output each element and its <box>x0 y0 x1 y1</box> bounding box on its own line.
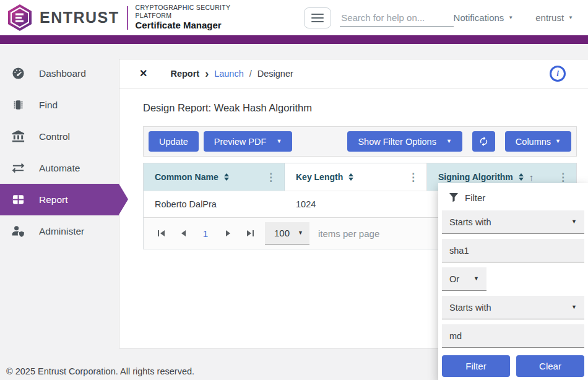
show-filter-options-button[interactable]: Show Filter Options ▼ <box>347 131 462 152</box>
column-label: Key Length <box>296 172 343 182</box>
product-label: Certificate Manager <box>136 20 264 32</box>
preview-pdf-button[interactable]: Preview PDF ▼ <box>204 131 293 152</box>
chevron-down-icon: ▼ <box>276 139 282 144</box>
account-dropdown[interactable]: entrust ▼ <box>535 12 573 23</box>
help-search-input[interactable] <box>340 9 453 27</box>
sort-icon[interactable] <box>224 173 229 181</box>
sidebar-item-administer[interactable]: Administer <box>0 215 119 247</box>
report-toolbar: Update Preview PDF ▼ Show Filter Options… <box>143 126 577 157</box>
sidebar-item-label: Dashboard <box>39 68 86 79</box>
sidebar-item-label: Control <box>39 131 70 142</box>
brand-divider <box>127 6 128 30</box>
column-menu-icon[interactable]: ⋮ <box>558 172 568 183</box>
chevron-down-icon: ▼ <box>571 219 577 225</box>
refresh-button[interactable] <box>472 131 495 152</box>
update-button[interactable]: Update <box>149 131 199 152</box>
filter-operator-2-value: Starts with <box>449 303 491 313</box>
show-filter-options-label: Show Filter Options <box>358 137 436 147</box>
notifications-dropdown[interactable]: Notifications ▼ <box>454 12 514 23</box>
menu-toggle-button[interactable] <box>304 7 331 28</box>
gauge-icon <box>11 66 25 80</box>
filter-apply-button[interactable]: Filter <box>442 355 510 377</box>
user-shield-icon <box>11 224 25 238</box>
filter-operator-1-value: Starts with <box>449 217 491 227</box>
close-icon[interactable]: ✕ <box>139 69 147 79</box>
sidebar-item-control[interactable]: Control <box>0 121 119 152</box>
app-header: ENTRUST CRYPTOGRAPHIC SECURITY PLATFORM … <box>0 0 588 35</box>
sort-icon[interactable] <box>519 173 524 181</box>
sidebar-item-find[interactable]: Find <box>0 89 119 121</box>
page-number[interactable]: 1 <box>194 228 217 239</box>
bank-icon <box>11 129 25 144</box>
last-page-button[interactable] <box>239 224 261 243</box>
sidebar-nav: Dashboard Find Control <box>0 44 119 380</box>
next-page-button[interactable] <box>217 224 239 243</box>
columns-button[interactable]: Columns ▼ <box>505 131 571 152</box>
filter-logic-value: Or <box>449 274 459 284</box>
funnel-icon <box>449 193 458 202</box>
filter-operator-2-select[interactable]: Starts with ▼ <box>442 296 584 319</box>
refresh-icon <box>478 136 489 147</box>
preview-pdf-label: Preview PDF <box>214 137 267 147</box>
chevron-right-icon: › <box>205 69 209 78</box>
filter-operator-1-select[interactable]: Starts with ▼ <box>442 210 584 234</box>
header-right: Notifications ▼ entrust ▼ <box>454 12 588 23</box>
arrows-swap-icon <box>11 161 25 175</box>
product-name-block: CRYPTOGRAPHIC SECURITY PLATFORM Certific… <box>136 4 264 32</box>
column-filter-popup: Filter Starts with ▼ Or ▼ Starts with ▼ … <box>438 183 588 380</box>
page-size-select[interactable]: 100 ▼ <box>265 222 309 244</box>
info-glyph: i <box>556 69 559 79</box>
chevron-down-icon: ▼ <box>298 230 303 236</box>
sidebar-item-label: Report <box>39 194 68 205</box>
help-search <box>340 9 453 27</box>
first-page-button[interactable] <box>150 224 172 243</box>
chip-icon <box>11 98 25 112</box>
page-title: Design Report: Weak Hash Algorithm <box>143 102 564 114</box>
sidebar-item-report[interactable]: Report <box>0 184 119 215</box>
sidebar-item-label: Administer <box>39 226 84 237</box>
filter-value-1-input[interactable] <box>442 239 584 262</box>
filter-clear-button[interactable]: Clear <box>516 355 584 377</box>
brand-accent-bar <box>0 35 588 44</box>
platform-label: CRYPTOGRAPHIC SECURITY PLATFORM <box>136 4 264 20</box>
entrust-logo: ENTRUST <box>0 3 119 32</box>
column-menu-icon[interactable]: ⋮ <box>266 172 276 183</box>
sidebar-item-label: Automate <box>39 163 80 174</box>
cell-common-name: Roberto DalPra <box>144 191 285 217</box>
chevron-down-icon: ▼ <box>446 139 452 144</box>
items-per-page-label: items per page <box>318 228 379 239</box>
sort-ascending-icon: ↑ <box>529 172 534 183</box>
entrust-wordmark: ENTRUST <box>40 9 119 27</box>
previous-page-button[interactable] <box>172 224 194 243</box>
column-menu-icon[interactable]: ⋮ <box>408 172 418 183</box>
notifications-label: Notifications <box>454 12 504 23</box>
filter-logic-select[interactable]: Or ▼ <box>442 267 486 291</box>
chevron-down-icon: ▼ <box>508 15 513 20</box>
chevron-down-icon: ▼ <box>568 15 573 20</box>
sidebar-item-dashboard[interactable]: Dashboard <box>0 58 119 89</box>
filter-value-2-input[interactable] <box>442 324 584 348</box>
entrust-hexagon-icon <box>6 3 33 32</box>
chevron-down-icon: ▼ <box>555 139 561 144</box>
breadcrumb-launch-link[interactable]: Launch <box>214 69 244 79</box>
sidebar-item-automate[interactable]: Automate <box>0 152 119 184</box>
grid-icon <box>11 192 25 207</box>
filter-popup-header: Filter <box>442 183 584 210</box>
cell-key-length: 1024 <box>285 191 427 217</box>
breadcrumb-bar: ✕ Report › Launch / Designer i <box>119 59 588 89</box>
column-label: Common Name <box>155 172 218 182</box>
sort-icon[interactable] <box>348 173 353 181</box>
chevron-down-icon: ▼ <box>473 276 479 282</box>
account-label: entrust <box>535 12 564 23</box>
filter-popup-buttons: Filter Clear <box>442 355 584 377</box>
breadcrumb-report: Report <box>170 69 199 79</box>
column-header-common-name[interactable]: Common Name ⋮ <box>144 163 285 191</box>
toolbar-right-group: Show Filter Options ▼ Columns ▼ <box>347 131 571 152</box>
column-header-key-length[interactable]: Key Length ⋮ <box>285 163 427 191</box>
info-icon[interactable]: i <box>550 66 566 82</box>
chevron-down-icon: ▼ <box>571 304 577 310</box>
page-size-value: 100 <box>274 228 290 238</box>
columns-label: Columns <box>516 137 551 147</box>
update-label: Update <box>159 137 188 147</box>
breadcrumb: Report › Launch / Designer <box>170 69 293 79</box>
